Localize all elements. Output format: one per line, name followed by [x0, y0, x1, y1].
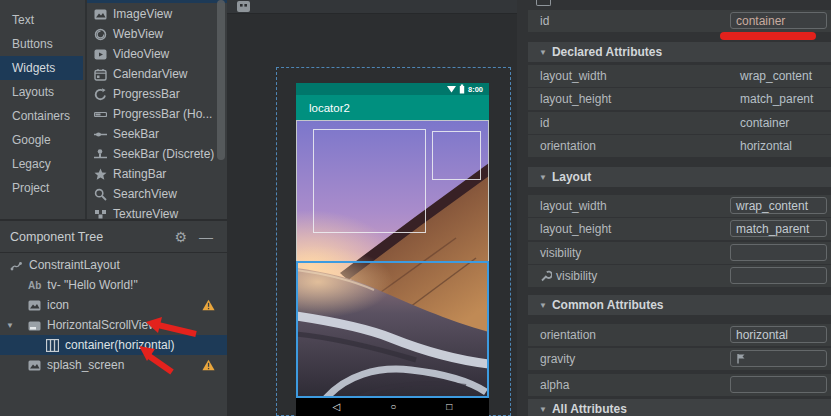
- palette-item-label: SeekBar: [113, 127, 159, 141]
- palette-item-webview[interactable]: WebView: [87, 24, 227, 44]
- tree-item-label: icon: [47, 298, 69, 312]
- section-all-attributes[interactable]: ▼ All Attributes: [528, 399, 831, 416]
- status-time: 8:00: [468, 85, 483, 94]
- attr-row: id container: [528, 112, 831, 134]
- warning-icon: [202, 299, 215, 314]
- attr-row: orientation horizontal: [528, 135, 831, 157]
- palette-item-label: ImageView: [113, 7, 172, 21]
- design-surface[interactable]: 8:00 locator2: [227, 0, 518, 416]
- view-bounds-small[interactable]: [432, 131, 481, 180]
- progressbar-icon: [94, 88, 107, 101]
- view-bounds-large[interactable]: [313, 129, 426, 233]
- back-icon[interactable]: ◁: [333, 398, 341, 416]
- visibility-input[interactable]: [730, 244, 827, 261]
- palette-scrollbar[interactable]: [217, 0, 225, 160]
- palette-item-label: RatingBar: [113, 167, 166, 181]
- component-tree-header: Component Tree ⚙ —: [0, 221, 227, 253]
- tree-item-splash-screen[interactable]: splash_screen: [0, 355, 227, 375]
- tree-item-constraintlayout[interactable]: ConstraintLayout: [0, 255, 227, 275]
- attr-row: layout_height match_parent: [528, 218, 831, 240]
- palette-item-seekbar-discrete[interactable]: SeekBar (Discrete): [87, 144, 227, 164]
- gear-icon[interactable]: ⚙: [174, 229, 187, 245]
- palette-item-textureview[interactable]: TextureView: [87, 204, 227, 219]
- tools-visibility-input[interactable]: [730, 267, 827, 284]
- attr-row: layout_width wrap_content: [528, 65, 831, 87]
- palette-item-ratingbar[interactable]: RatingBar: [87, 164, 227, 184]
- left-panel: Text Buttons Widgets Layouts Containers …: [0, 0, 227, 416]
- palette-item-label: ProgressBar (Ho...: [113, 107, 212, 121]
- palette-category-layouts[interactable]: Layouts: [0, 80, 83, 104]
- recents-icon[interactable]: □: [446, 398, 452, 416]
- battery-icon: [459, 84, 465, 94]
- attr-row: layout_height match_parent: [528, 88, 831, 110]
- home-icon[interactable]: ○: [390, 398, 396, 416]
- chevron-down-icon: ▼: [539, 48, 547, 57]
- minimize-icon[interactable]: —: [199, 229, 213, 245]
- palette-item-calendarview[interactable]: CalendarView: [87, 64, 227, 84]
- palette-item-label: TextureView: [113, 207, 178, 219]
- alpha-input[interactable]: [730, 376, 827, 393]
- app-bar: locator2: [296, 95, 489, 120]
- imageview-icon: [94, 8, 107, 21]
- navigation-bar: ◁ ○ □: [296, 398, 489, 416]
- layout-width-input[interactable]: wrap_content: [730, 197, 827, 214]
- palette-item-searchview[interactable]: SearchView: [87, 184, 227, 204]
- palette-item-label: CalendarView: [113, 67, 188, 81]
- palette-category-widgets[interactable]: Widgets: [0, 56, 83, 80]
- tree-item-textview[interactable]: Ab tv- "Hello World!": [0, 275, 227, 295]
- palette-categories: Text Buttons Widgets Layouts Containers …: [0, 0, 83, 219]
- red-underline-annotation: [720, 32, 816, 40]
- component-tree-panel: Component Tree ⚙ — ConstraintLayout Ab t…: [0, 219, 227, 416]
- textureview-icon: [94, 208, 107, 220]
- selected-container-bounds[interactable]: [296, 261, 489, 398]
- attr-row-id: id container: [528, 10, 831, 32]
- attr-row: orientation horizontal: [528, 324, 831, 346]
- palette-item-videoview[interactable]: VideoView: [87, 44, 227, 64]
- palette-category-legacy[interactable]: Legacy: [0, 152, 83, 176]
- tree-item-label: splash_screen: [47, 358, 124, 372]
- device-icon[interactable]: [236, 0, 251, 13]
- textview-icon: Ab: [28, 280, 41, 291]
- tree-item-label: tv- "Hello World!": [47, 278, 137, 292]
- tree-item-icon[interactable]: icon: [0, 295, 227, 315]
- palette-category-text[interactable]: Text: [0, 8, 83, 32]
- attr-row: layout_width wrap_content: [528, 195, 831, 217]
- palette-item-imageview[interactable]: ImageView: [87, 4, 227, 24]
- layout-height-input[interactable]: match_parent: [730, 220, 827, 237]
- attr-row: visibility: [528, 242, 831, 264]
- section-declared-attributes[interactable]: ▼ Declared Attributes: [528, 42, 831, 62]
- gravity-input[interactable]: [730, 350, 827, 367]
- attributes-panel: id container ▼ Declared Attributes layou…: [517, 0, 831, 416]
- attr-value: wrap_content: [740, 69, 812, 83]
- attr-value: horizontal: [740, 139, 792, 153]
- palette-item-seekbar[interactable]: SeekBar: [87, 124, 227, 144]
- tree-item-label: ConstraintLayout: [29, 258, 120, 272]
- section-layout[interactable]: ▼ Layout: [528, 167, 831, 187]
- seekbar-icon: [94, 128, 107, 141]
- linearlayout-horizontal-icon: [46, 339, 59, 352]
- section-common-attributes[interactable]: ▼ Common Attributes: [528, 295, 831, 315]
- chevron-expanded-icon[interactable]: ▼: [6, 321, 14, 330]
- attr-label: id: [540, 14, 549, 28]
- chevron-down-icon: ▼: [539, 405, 547, 414]
- palette-category-buttons[interactable]: Buttons: [0, 32, 83, 56]
- attr-value: container: [740, 116, 789, 130]
- palette-category-containers[interactable]: Containers: [0, 104, 83, 128]
- tree-item-container-horizontal[interactable]: container(horizontal): [0, 335, 227, 355]
- component-tree-title: Component Tree: [10, 230, 103, 244]
- device-preview[interactable]: 8:00 locator2: [296, 83, 489, 416]
- tree-item-horizontalscrollview[interactable]: ▼ HorizontalScrollView: [0, 315, 227, 335]
- orientation-input[interactable]: horizontal: [730, 326, 827, 343]
- palette-category-google[interactable]: Google: [0, 128, 83, 152]
- palette-item-progressbar-horizontal[interactable]: ProgressBar (Ho...: [87, 104, 227, 124]
- seekbar-discrete-icon: [94, 148, 107, 161]
- wallpaper-image[interactable]: [296, 120, 489, 398]
- palette-item-progressbar[interactable]: ProgressBar: [87, 84, 227, 104]
- attr-row: alpha: [528, 374, 831, 396]
- id-input[interactable]: container: [730, 12, 827, 29]
- horizontalscrollview-icon: [28, 319, 41, 332]
- palette-category-project[interactable]: Project: [0, 176, 83, 200]
- palette-item-label: WebView: [113, 27, 163, 41]
- status-bar: 8:00: [296, 83, 489, 95]
- palette-item-label: VideoView: [113, 47, 169, 61]
